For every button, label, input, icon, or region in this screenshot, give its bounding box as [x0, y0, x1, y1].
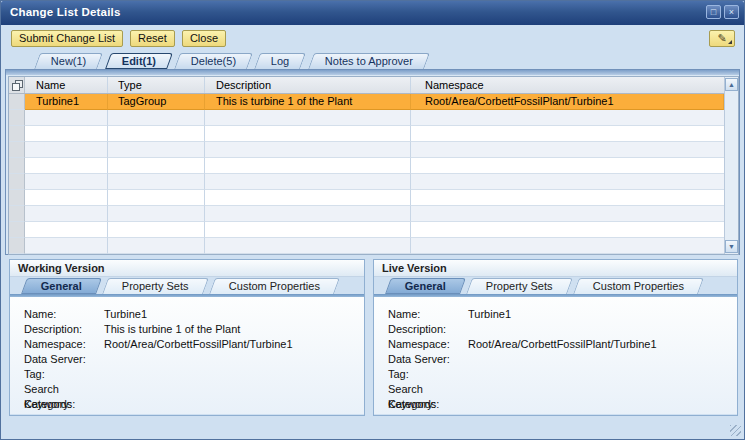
table-row-empty: [9, 110, 724, 126]
working-version-title: Working Version: [10, 260, 364, 277]
table-row-empty: [9, 206, 724, 222]
field-value-namespace: Root/Area/CorbettFossilPlant/Turbine1: [468, 337, 657, 352]
table-row-empty: [9, 222, 724, 238]
change-list-details-window: Change List Details □ × Submit Change Li…: [0, 0, 745, 440]
window-title: Change List Details: [10, 6, 121, 18]
vertical-scrollbar[interactable]: ▲ ▼: [724, 77, 738, 254]
field-label-name: Name:: [388, 307, 468, 322]
scroll-up-icon[interactable]: ▲: [725, 78, 738, 91]
tabstrip-underline: [6, 70, 739, 75]
table-row-empty: [9, 190, 724, 206]
field-label-namespace: Namespace:: [388, 337, 468, 352]
table-row-empty: [9, 158, 724, 174]
table-row-empty: [9, 142, 724, 158]
live-version-panel: Live Version General Property Sets Custo…: [373, 259, 738, 416]
live-version-general-form: Name:Turbine1 Description: Namespace:Roo…: [374, 297, 737, 414]
field-label-name: Name:: [24, 307, 104, 322]
change-list-tabstrip: New(1) Edit(1) Delete(5) Log Notes to Ap…: [37, 53, 431, 69]
column-header-name[interactable]: Name: [25, 77, 108, 93]
close-button[interactable]: Close: [182, 30, 226, 47]
tab-delete[interactable]: Delete(5): [174, 53, 253, 69]
dropdown-corner-icon: [728, 40, 732, 44]
field-label-description: Description:: [388, 322, 468, 337]
tab-new[interactable]: New(1): [34, 53, 103, 69]
cell-namespace: Root/Area/CorbettFossilPlant/Turbine1: [411, 94, 724, 110]
tab-edit[interactable]: Edit(1): [105, 53, 173, 69]
field-label-search-keywords: Search Keywords:: [24, 382, 104, 397]
scroll-down-icon[interactable]: ▼: [725, 240, 738, 253]
field-label-search-keywords: Search Keywords:: [388, 382, 468, 397]
field-label-category: Category:: [24, 397, 104, 412]
row-selector-cell[interactable]: [9, 94, 25, 110]
field-value-name: Turbine1: [468, 307, 511, 322]
table-row-empty: [9, 126, 724, 142]
table-row-turbine1[interactable]: Turbine1 TagGroup This is turbine 1 of t…: [9, 94, 724, 110]
close-icon[interactable]: ×: [724, 5, 739, 19]
pen-icon: ✎: [717, 32, 726, 44]
toolbar: Submit Change List Reset Close ✎: [1, 25, 744, 53]
table-header-row: Name Type Description Namespace: [9, 77, 724, 94]
live-tab-property-sets[interactable]: Property Sets: [466, 278, 572, 294]
field-label-data-server: Data Server:: [388, 352, 468, 367]
live-version-tabstrip: General Property Sets Custom Properties: [374, 277, 737, 294]
field-label-data-server: Data Server:: [24, 352, 104, 367]
field-value-description: This is turbine 1 of the Plant: [104, 322, 240, 337]
field-label-tag: Tag:: [24, 367, 104, 382]
table-row-empty: [9, 174, 724, 190]
cell-name: Turbine1: [25, 94, 108, 110]
select-all-icon: [12, 80, 22, 90]
live-tab-general[interactable]: General: [385, 278, 466, 294]
edit-tab-content: Name Type Description Namespace Turbine1…: [5, 69, 740, 255]
live-tab-custom-properties[interactable]: Custom Properties: [573, 278, 704, 294]
cell-description: This is turbine 1 of the Plant: [205, 94, 411, 110]
live-version-title: Live Version: [374, 260, 737, 277]
tab-notes-to-approver[interactable]: Notes to Approver: [308, 53, 430, 69]
personalize-button[interactable]: ✎: [709, 30, 735, 47]
tab-log[interactable]: Log: [254, 53, 306, 69]
field-label-description: Description:: [24, 322, 104, 337]
maximize-icon[interactable]: □: [706, 5, 721, 19]
field-label-tag: Tag:: [388, 367, 468, 382]
table-row-empty: [9, 238, 724, 254]
column-header-namespace[interactable]: Namespace: [411, 77, 724, 93]
working-version-panel: Working Version General Property Sets Cu…: [9, 259, 365, 416]
working-version-general-form: Name:Turbine1 Description:This is turbin…: [10, 297, 364, 414]
column-header-type[interactable]: Type: [108, 77, 205, 93]
working-tab-property-sets[interactable]: Property Sets: [102, 278, 208, 294]
reset-button[interactable]: Reset: [130, 30, 175, 47]
working-tab-general[interactable]: General: [21, 278, 102, 294]
title-bar: Change List Details □ ×: [1, 1, 744, 25]
working-tab-custom-properties[interactable]: Custom Properties: [209, 278, 340, 294]
select-all-cell[interactable]: [9, 77, 25, 93]
field-value-namespace: Root/Area/CorbettFossilPlant/Turbine1: [104, 337, 293, 352]
field-label-category: Category:: [388, 397, 468, 412]
field-value-name: Turbine1: [104, 307, 147, 322]
cell-type: TagGroup: [108, 94, 205, 110]
change-items-table: Name Type Description Namespace Turbine1…: [8, 76, 739, 255]
submit-change-list-button[interactable]: Submit Change List: [11, 30, 123, 47]
field-label-namespace: Namespace:: [24, 337, 104, 352]
resize-grip[interactable]: [730, 425, 741, 436]
working-version-tabstrip: General Property Sets Custom Properties: [10, 277, 364, 294]
column-header-description[interactable]: Description: [205, 77, 411, 93]
